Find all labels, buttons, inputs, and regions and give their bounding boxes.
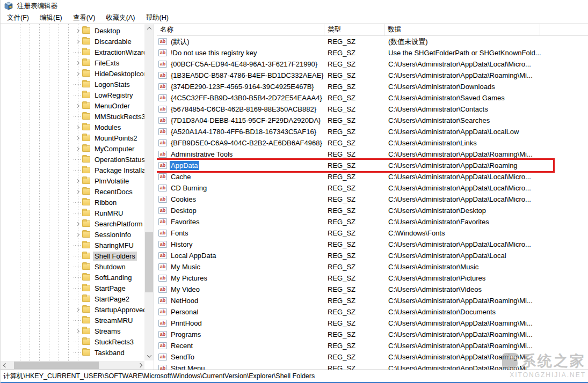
tree-item-lowregistry[interactable]: LowRegistry (1, 90, 154, 100)
tree-item-stuckrects3[interactable]: StuckRects3 (1, 336, 154, 347)
expand-chevron-icon[interactable] (74, 220, 81, 227)
folder-icon (82, 296, 90, 302)
registry-value-row-my-pictures[interactable]: abMy PicturesREG_SZC:\Users\Administrato… (157, 272, 588, 284)
registry-value-row-sendto[interactable]: abSendToREG_SZC:\Users\Administrator\App… (157, 351, 588, 363)
registry-value-row-bfb9d5e0-c6a9-404c-b2b2-ae6db6af4968[interactable]: ab{BFB9D5E0-C6A9-404C-B2B2-AE6DB6AF4968}… (157, 137, 588, 149)
tree-item-searchplatform[interactable]: SearchPlatform (1, 218, 154, 229)
registry-value-row-appdata[interactable]: abAppDataREG_SZC:\Users\Administrator\Ap… (157, 160, 588, 171)
registry-value-row-1b3ea5dc-b587-4786-b4ef-bd1dc332aeae[interactable]: ab{1B3EA5DC-B587-4786-B4EF-BD1DC332AEAE}… (157, 70, 588, 81)
tree-item-label: RunMRU (93, 209, 125, 218)
tree-item-modules[interactable]: Modules (1, 122, 154, 132)
scroll-left-icon[interactable] (1, 361, 10, 370)
tree-item-logonstats[interactable]: LogonStats (1, 79, 154, 90)
column-header-type[interactable]: 类型 (324, 24, 384, 35)
registry-value-row-item[interactable]: ab(默认)REG_SZ(数值未设置) (157, 36, 588, 47)
registry-value-row-7d1d3a04-debb-4115-95cf-2f29da2920da[interactable]: ab{7D1D3A04-DEBB-4115-95CF-2F29DA2920DA}… (157, 115, 588, 126)
column-header-name[interactable]: 名称 (157, 24, 324, 35)
scroll-up-icon[interactable] (144, 24, 154, 33)
tree-item-package-installation[interactable]: Package Installation (1, 165, 154, 175)
tree-horizontal-scrollbar[interactable] (1, 361, 144, 370)
expand-chevron-icon[interactable] (74, 177, 81, 185)
tree-item-extractionwizard[interactable]: ExtractionWizard (1, 47, 154, 57)
registry-value-row-56784854-c6cb-462b-8169-88e350acb882[interactable]: ab{56784854-C6CB-462B-8169-88E350ACB882}… (157, 104, 588, 115)
tree-item-recentdocs[interactable]: RecentDocs (1, 186, 154, 197)
column-header-data[interactable]: 数据 (384, 24, 540, 35)
tree-item-operationstatusmanager[interactable]: OperationStatusManager (1, 154, 154, 165)
menu-h[interactable]: 帮助(H) (140, 12, 173, 24)
value-type: REG_SZ (324, 297, 384, 305)
tree-item-plmvolatile[interactable]: PlmVolatile (1, 175, 154, 186)
value-name: (默认) (170, 36, 191, 47)
tree-item-ribbon[interactable]: Ribbon (1, 197, 154, 208)
tree-item-fileexts[interactable]: FileExts (1, 57, 154, 68)
tree-item-startpage2[interactable]: StartPage2 (1, 293, 154, 304)
reg-sz-icon: ab (158, 106, 167, 113)
registry-value-row-start-menu[interactable]: abStart MenuREG_SZC:\Users\Administrator… (157, 363, 588, 370)
tree-item-startupapproved[interactable]: StartupApproved (1, 304, 154, 315)
expand-chevron-icon[interactable] (74, 59, 81, 67)
value-data: C:\Users\Administrator\AppData\Local (384, 252, 588, 260)
tree-item-mmstuckrects3[interactable]: MMStuckRects3 (1, 111, 154, 122)
registry-value-row-desktop[interactable]: abDesktopREG_SZC:\Users\Administrator\De… (157, 205, 588, 216)
scroll-right-icon[interactable] (135, 361, 144, 370)
tree-item-softlanding[interactable]: SoftLanding (1, 272, 154, 283)
tree-item-sharingmfu[interactable]: SharingMFU (1, 240, 154, 251)
tree-item-taskband[interactable]: Taskband (1, 347, 154, 358)
registry-value-row-printhood[interactable]: abPrintHoodREG_SZC:\Users\Administrator\… (157, 318, 588, 329)
menu-e[interactable]: 编辑(E) (34, 12, 68, 24)
expand-chevron-icon[interactable] (74, 231, 81, 238)
expand-chevron-icon[interactable] (74, 134, 81, 142)
tree-horizontal-scroll-thumb[interactable] (14, 362, 99, 369)
tree-item-mycomputer[interactable]: MyComputer (1, 143, 154, 154)
expand-chevron-icon[interactable] (74, 188, 81, 195)
registry-value-row-personal[interactable]: abPersonalREG_SZC:\Users\Administrator\D… (157, 306, 588, 318)
expand-chevron-icon[interactable] (74, 306, 81, 313)
expand-chevron-icon[interactable] (74, 123, 81, 131)
expand-chevron-icon[interactable] (74, 38, 81, 45)
registry-value-row-history[interactable]: abHistoryREG_SZC:\Users\Administrator\Ap… (157, 239, 588, 250)
menu-a[interactable]: 收藏夹(A) (100, 12, 140, 24)
registry-value-row-do-not-use-this-registry-key[interactable]: ab!Do not use this registry keyREG_SZUse… (157, 47, 588, 58)
registry-value-row-fonts[interactable]: abFontsREG_SZC:\Windows\Fonts (157, 227, 588, 239)
tree-item-menuorder[interactable]: MenuOrder (1, 100, 154, 111)
expand-chevron-icon[interactable] (74, 145, 81, 152)
registry-value-row-nethood[interactable]: abNetHoodREG_SZC:\Users\Administrator\Ap… (157, 295, 588, 306)
registry-value-row-local-appdata[interactable]: abLocal AppDataREG_SZC:\Users\Administra… (157, 250, 588, 261)
registry-value-row-favorites[interactable]: abFavoritesREG_SZC:\Users\Administrator\… (157, 216, 588, 227)
registry-value-row-recent[interactable]: abRecentREG_SZC:\Users\Administrator\App… (157, 340, 588, 351)
registry-value-row-cookies[interactable]: abCookiesREG_SZC:\Users\Administrator\Ap… (157, 194, 588, 205)
tree-item-streams[interactable]: Streams (1, 326, 154, 336)
expand-chevron-icon[interactable] (74, 70, 81, 77)
tree-item-startpage[interactable]: StartPage (1, 283, 154, 293)
registry-value-row-a520a1a4-1780-4ff6-bd18-167343c5af16[interactable]: ab{A520A1A4-1780-4FF6-BD18-167343C5AF16}… (157, 126, 588, 137)
folder-icon (82, 188, 90, 195)
expand-chevron-icon[interactable] (74, 102, 81, 109)
registry-value-row-programs[interactable]: abProgramsREG_SZC:\Users\Administrator\A… (157, 329, 588, 340)
expand-chevron-icon[interactable] (74, 27, 81, 34)
tree-vertical-scrollbar[interactable] (144, 24, 154, 360)
tree-item-shutdown[interactable]: Shutdown (1, 261, 154, 272)
tree-item-runmru[interactable]: RunMRU (1, 208, 154, 218)
registry-value-row-4c5c32ff-bb9d-43b0-b5b4-2d72e54eaaa4[interactable]: ab{4C5C32FF-BB9D-43B0-B5B4-2D72E54EAAA4}… (157, 92, 588, 104)
tree-vertical-scroll-thumb[interactable] (145, 232, 153, 292)
tree-item-hidedesktopicons[interactable]: HideDesktopIcons (1, 68, 154, 79)
registry-value-row-cache[interactable]: abCacheREG_SZC:\Users\Administrator\AppD… (157, 171, 588, 182)
tree-item-desktop[interactable]: Desktop (1, 25, 154, 36)
menu-v[interactable]: 查看(V) (68, 12, 101, 24)
registry-value-row-cd-burning[interactable]: abCD BurningREG_SZC:\Users\Administrator… (157, 182, 588, 194)
registry-value-row-administrative-tools[interactable]: abAdministrative ToolsREG_SZC:\Users\Adm… (157, 149, 588, 160)
registry-value-row-my-music[interactable]: abMy MusicREG_SZC:\Users\Administrator\M… (157, 261, 588, 272)
menu-f[interactable]: 文件(F) (2, 12, 34, 24)
registry-value-row-my-video[interactable]: abMy VideoREG_SZC:\Users\Administrator\V… (157, 284, 588, 295)
tree-item-sessioninfo[interactable]: SessionInfo (1, 229, 154, 240)
value-data: C:\Users\Administrator\AppData\Roaming\M… (384, 342, 588, 350)
scroll-down-icon[interactable] (144, 352, 154, 360)
tree-item-mountpoints2[interactable]: MountPoints2 (1, 132, 154, 143)
registry-value-row-00bcfc5a-ed94-4e48-96a1-3f6217f21990[interactable]: ab{00BCFC5A-ED94-4E48-96A1-3F6217F21990}… (157, 58, 588, 70)
tree-item-discardable[interactable]: Discardable (1, 36, 154, 47)
tree-guide-stub (74, 342, 81, 342)
expand-chevron-icon[interactable] (74, 327, 81, 335)
tree-item-streammru[interactable]: StreamMRU (1, 315, 154, 326)
tree-item-shell-folders[interactable]: Shell Folders (1, 251, 154, 261)
registry-value-row-374de290-123f-4565-9164-39c4925e467b[interactable]: ab{374DE290-123F-4565-9164-39C4925E467B}… (157, 81, 588, 92)
